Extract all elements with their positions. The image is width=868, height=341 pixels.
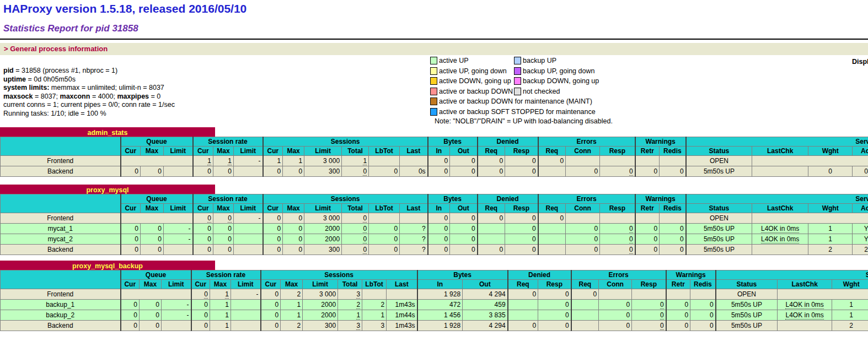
stat-cell: 1: [832, 300, 868, 310]
tooltip-value: 0: [629, 235, 633, 243]
stat-cell: [778, 289, 868, 300]
stat-cell: 0: [660, 245, 686, 255]
table-row: backup_100-01012000221m43s472459000005m5…: [1, 300, 868, 310]
stat-cell: 0s: [400, 166, 428, 177]
column-header: Req: [478, 204, 505, 213]
tooltip-value: 0: [660, 311, 664, 320]
stat-cell: 0: [478, 156, 505, 166]
stat-cell: 0: [538, 289, 571, 300]
stat-cell: 5m50s UP: [716, 321, 778, 331]
stat-cell: OPEN: [686, 213, 752, 224]
stat-cell: OPEN: [686, 156, 752, 166]
column-header: Redis: [660, 147, 686, 156]
proxy-name-link[interactable]: proxy_mysql_backup: [72, 262, 143, 270]
stat-cell: 0: [263, 166, 283, 177]
stat-cell: 0: [508, 289, 538, 300]
proxy-name-link[interactable]: proxy_mysql: [86, 186, 128, 194]
stat-cell: 1: [338, 310, 362, 321]
process-info: pid = 31858 (process #1, nbproc = 1)upti…: [3, 67, 175, 118]
stat-cell: 0: [141, 234, 164, 245]
legend-item: backup UP, going down: [514, 66, 599, 77]
stat-cell: 1: [283, 156, 304, 166]
page-title: HAProxy version 1.5.18, released 2016/05…: [3, 2, 247, 15]
stat-cell: [752, 213, 868, 224]
tooltip-value: 0: [660, 322, 664, 330]
stat-cell: 0: [213, 213, 234, 224]
column-group-header: Server: [716, 270, 868, 280]
stat-cell: 0: [505, 213, 538, 224]
stat-cell: [666, 289, 690, 300]
stat-cell: 1m43s: [387, 321, 417, 331]
stat-cell: 0: [600, 166, 635, 177]
table-row: Backend000000300000s000000005m50s UP00: [1, 166, 868, 177]
stat-cell: [752, 166, 808, 177]
column-header: Status: [686, 204, 752, 213]
column-header: Req: [508, 280, 538, 289]
stat-cell: 0: [263, 245, 283, 255]
column-header: Cur: [193, 147, 213, 156]
legend-item-label: active or backup DOWN for maintenance (M…: [439, 98, 592, 105]
stat-cell: 0: [428, 245, 450, 255]
stat-cell: 0: [213, 224, 234, 234]
stat-cell: 0: [505, 224, 538, 234]
table-row: Frontend11-113 000100000OPEN: [1, 156, 868, 166]
stat-cell: 0: [193, 213, 213, 224]
tooltip-value: 2: [356, 301, 360, 309]
legend-item: active or backup SOFT STOPPED for mainte…: [430, 107, 596, 117]
display-option-label: Display option:: [852, 58, 868, 66]
column-header: Max: [213, 204, 234, 213]
column-header: Limit: [231, 280, 261, 289]
column-header: LbTot: [369, 147, 400, 156]
column-group-header: Session rate: [193, 194, 263, 204]
stat-cell: -: [234, 156, 263, 166]
column-header: Resp: [632, 280, 666, 289]
process-info-text: = 31858 (process #1, nbproc = 1): [14, 67, 117, 74]
tooltip-value: 0: [629, 246, 633, 254]
proxy-name-link[interactable]: admin_stats: [88, 129, 128, 137]
column-header: Max: [141, 204, 164, 213]
column-header: Cur: [121, 204, 141, 213]
stat-cell: 0: [140, 310, 162, 321]
column-header: Limit: [164, 147, 193, 156]
column-header: Cur: [263, 204, 283, 213]
proxy-table-proxy_mysql: proxy_mysqlQueueSession rateSessionsByte…: [0, 185, 868, 255]
stat-cell: 3 000: [304, 213, 342, 224]
tooltip-value: 1: [363, 157, 367, 165]
stat-cell: 0: [660, 234, 686, 245]
stat-cell: 2000: [304, 224, 342, 234]
legend-color-swatch: [514, 57, 521, 64]
stat-cell: 0: [566, 245, 600, 255]
stat-cell: 1 456: [417, 310, 463, 321]
stat-cell: 0: [141, 245, 164, 255]
stat-cell: 0: [450, 224, 478, 234]
column-header: Wght: [808, 204, 853, 213]
stat-cell: [362, 289, 387, 300]
column-header: Redis: [690, 280, 716, 289]
table-row: backup_200-01012000111m44s1 4563 8350000…: [1, 310, 868, 321]
stat-cell: 0: [283, 224, 304, 234]
stat-cell: -: [162, 300, 191, 310]
column-header: LastChk: [752, 147, 808, 156]
stat-cell: ?: [400, 234, 428, 245]
stat-cell: 5m50s UP: [716, 310, 778, 321]
stat-cell: 1 928: [417, 289, 463, 300]
tooltip-value: L4OK in 0ms: [785, 301, 823, 309]
column-header: Max: [141, 147, 164, 156]
stat-cell: 0: [121, 300, 140, 310]
column-header: Wght: [808, 147, 853, 156]
column-header: Total: [338, 280, 362, 289]
stat-cell: 0: [141, 224, 164, 234]
divider: [0, 39, 868, 40]
column-header: Cur: [121, 147, 141, 156]
stat-cell: 0: [478, 245, 505, 255]
stat-cell: 2: [338, 300, 362, 310]
stat-cell: [635, 156, 660, 166]
column-header: Conn: [566, 204, 600, 213]
legend-item: not checked: [514, 86, 599, 97]
legend-column-backup: backup UPbackup UP, going downbackup DOW…: [514, 56, 599, 96]
stat-cell: 0: [121, 234, 141, 245]
column-header-row: CurMaxLimitCurMaxLimitCurMaxLimitTotalLb…: [1, 280, 868, 289]
stat-cell: Y: [853, 224, 868, 234]
column-header: Status: [686, 147, 752, 156]
stat-cell: [164, 166, 193, 177]
